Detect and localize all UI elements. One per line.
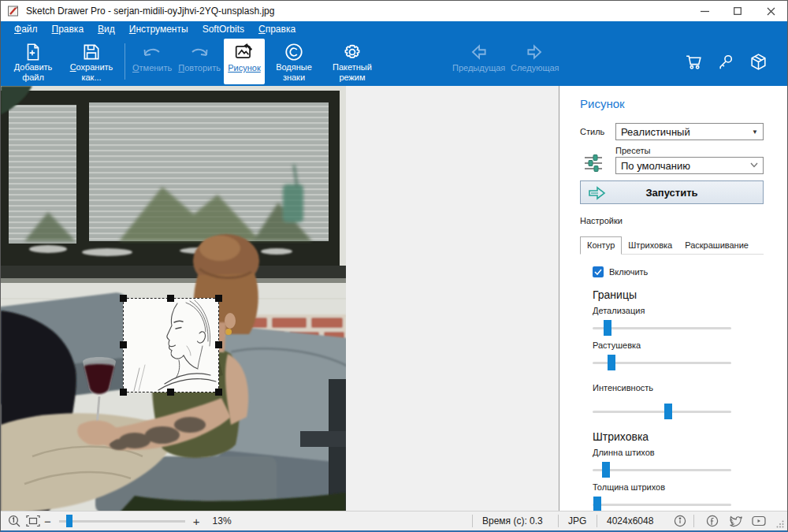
- actual-size-icon[interactable]: [8, 515, 21, 528]
- intensity-slider[interactable]: [593, 404, 731, 419]
- enable-label: Включить: [609, 267, 648, 277]
- youtube-icon[interactable]: [752, 515, 766, 526]
- menu-view[interactable]: Вид: [91, 21, 122, 37]
- add-file-button[interactable]: Добавить файл: [4, 39, 62, 84]
- next-label: Следующая: [511, 63, 559, 73]
- menu-edit[interactable]: Правка: [45, 21, 91, 37]
- undo-button: Отменить: [129, 39, 175, 84]
- save-icon: [81, 41, 102, 62]
- batch-mode-button[interactable]: Пакетный режим: [323, 39, 381, 84]
- cart-icon[interactable]: [684, 52, 704, 72]
- slider-thumb[interactable]: [602, 462, 610, 478]
- canvas-area: Рисунок Стиль Реалистичный ▼ Пресеты: [1, 86, 787, 513]
- selection-handle[interactable]: [120, 341, 127, 348]
- style-label: Стиль: [580, 127, 615, 136]
- slider-track: [593, 411, 731, 413]
- window-title: Sketch Drawer Pro - serjan-midili-oyJjhv…: [26, 6, 274, 17]
- toolbar-spacer: [381, 39, 449, 84]
- run-arrow-icon: [588, 185, 607, 203]
- run-label: Запустить: [585, 187, 758, 199]
- undo-label: Отменить: [132, 63, 172, 73]
- sketch-preview: [124, 299, 218, 392]
- presets-value: По умолчанию: [621, 160, 690, 172]
- key-icon[interactable]: [716, 52, 736, 72]
- zoom-in-button[interactable]: +: [193, 515, 200, 528]
- minimize-button[interactable]: [688, 1, 721, 21]
- slider-thumb[interactable]: [664, 404, 672, 419]
- selection-handle[interactable]: [215, 341, 222, 348]
- sketch-selection[interactable]: [123, 298, 219, 392]
- fit-to-window-icon[interactable]: [26, 515, 40, 527]
- slider-thumb[interactable]: [604, 320, 611, 336]
- toolbar-separator: [125, 43, 125, 80]
- slider-thumb[interactable]: [593, 497, 601, 512]
- save-as-button[interactable]: Сохранить как...: [62, 39, 121, 84]
- processing-time: Время (с): 0.3: [478, 515, 553, 526]
- stroke-length-slider[interactable]: [593, 462, 731, 478]
- photo-preview[interactable]: [1, 86, 346, 513]
- selection-handle[interactable]: [167, 295, 174, 302]
- facebook-icon[interactable]: [706, 515, 719, 527]
- info-icon[interactable]: [674, 515, 686, 527]
- selection-handle[interactable]: [215, 295, 222, 302]
- status-bar: − + 13% Время (с): 0.3 JPG 4024x6048: [1, 511, 787, 530]
- selection-handle[interactable]: [167, 389, 174, 396]
- dropdown-caret-icon: ▼: [752, 128, 758, 136]
- zoom-out-button[interactable]: −: [44, 515, 51, 528]
- settings-tabs: Контур Штриховка Раскрашивание: [580, 236, 764, 255]
- menu-file[interactable]: Файл: [7, 21, 45, 37]
- run-button[interactable]: Запустить: [580, 180, 764, 204]
- slider-track: [593, 469, 731, 471]
- presets-icon: [580, 153, 615, 173]
- style-select[interactable]: Реалистичный ▼: [615, 123, 764, 140]
- arrow-left-icon: [467, 41, 489, 63]
- slider-track: [593, 504, 731, 506]
- menu-bar: Файл Правка Вид Инструменты SoftOrbits С…: [1, 21, 787, 37]
- add-file-icon: [23, 41, 43, 62]
- menu-softorbits[interactable]: SoftOrbits: [195, 21, 251, 37]
- slider-thumb[interactable]: [66, 515, 72, 527]
- title-bar: Sketch Drawer Pro - serjan-midili-oyJjhv…: [1, 1, 787, 21]
- previous-label: Предыдущая: [452, 63, 504, 73]
- settings-label: Настройки: [580, 216, 764, 225]
- drawing-icon: [234, 41, 255, 63]
- selection-handle[interactable]: [120, 295, 127, 302]
- close-button[interactable]: [754, 1, 787, 21]
- detail-slider[interactable]: [593, 320, 731, 336]
- enable-checkbox[interactable]: Включить: [593, 266, 764, 277]
- drawing-label: Рисунок: [228, 63, 261, 73]
- slider-thumb[interactable]: [608, 355, 615, 370]
- feather-slider[interactable]: [593, 355, 731, 370]
- arrow-right-icon: [524, 41, 546, 63]
- stroke-width-slider[interactable]: [593, 497, 731, 512]
- stroke-width-label: Толщина штрихов: [593, 482, 764, 492]
- app-icon: [7, 5, 20, 17]
- zoom-percent: 13%: [213, 515, 232, 526]
- menu-tools[interactable]: Инструменты: [122, 21, 195, 37]
- style-value: Реалистичный: [621, 126, 690, 138]
- tab-coloring[interactable]: Раскрашивание: [678, 237, 755, 254]
- redo-label: Повторить: [178, 63, 221, 73]
- watermarks-button[interactable]: Водяные знаки: [265, 39, 323, 84]
- twitter-icon[interactable]: [728, 515, 742, 527]
- zoom-slider[interactable]: [59, 515, 185, 527]
- drawing-button[interactable]: Рисунок: [224, 39, 265, 84]
- menu-help[interactable]: Справка: [251, 21, 303, 37]
- file-format: JPG: [563, 515, 592, 526]
- gear-icon: [342, 41, 362, 62]
- package-icon[interactable]: [749, 52, 768, 72]
- previous-button: Предыдущая: [449, 39, 507, 84]
- presets-select[interactable]: По умолчанию: [615, 157, 764, 174]
- tab-hatching[interactable]: Штриховка: [622, 237, 678, 254]
- selection-handle[interactable]: [215, 389, 222, 396]
- detail-label: Детализация: [593, 306, 764, 315]
- feather-label: Растушевка: [593, 340, 764, 350]
- resize-grip[interactable]: [776, 520, 784, 528]
- intensity-label: Интенсивность: [593, 383, 764, 392]
- selection-handle[interactable]: [120, 389, 127, 396]
- batch-mode-label: Пакетный режим: [326, 62, 378, 83]
- tab-contour[interactable]: Контур: [580, 236, 622, 255]
- maximize-button[interactable]: [721, 1, 754, 21]
- app-window: Sketch Drawer Pro - serjan-midili-oyJjhv…: [0, 0, 788, 532]
- slider-track: [59, 520, 185, 523]
